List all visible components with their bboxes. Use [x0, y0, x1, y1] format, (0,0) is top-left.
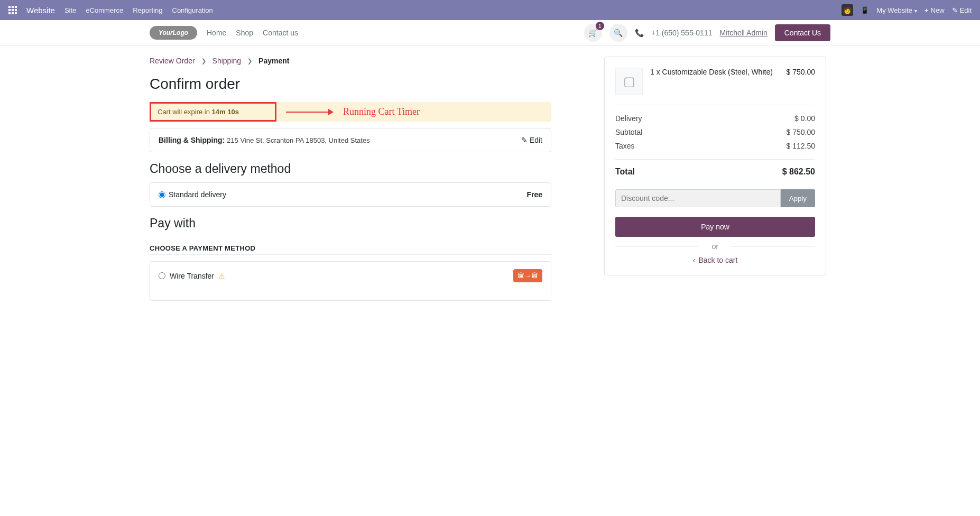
or-divider: or [615, 242, 815, 251]
bank-transfer-icon: 🏛→🏛 [513, 269, 542, 282]
admin-bar: Website Site eCommerce Reporting Configu… [0, 0, 980, 20]
logo[interactable]: YourLogo [150, 26, 197, 40]
admin-menu-configuration[interactable]: Configuration [172, 6, 213, 14]
avatar[interactable]: 🧑 [842, 4, 853, 16]
breadcrumb-shipping[interactable]: Shipping [212, 57, 242, 65]
nav-contact[interactable]: Contact us [263, 29, 298, 37]
payment-option-name: Wire Transfer [170, 272, 214, 280]
nav-home[interactable]: Home [207, 29, 226, 37]
search-button[interactable]: 🔍 [609, 24, 627, 42]
svg-marker-1 [328, 109, 334, 115]
user-menu[interactable]: Mitchell Admin [719, 29, 767, 37]
delivery-radio[interactable] [159, 191, 165, 198]
cart-badge: 1 [596, 22, 604, 30]
line-value: $ 0.00 [794, 114, 815, 123]
shipping-label: Billing & Shipping: [159, 136, 225, 144]
cart-button[interactable]: 🛒 1 [584, 24, 602, 42]
shipping-address: 215 Vine St, Scranton PA 18503, United S… [227, 136, 370, 144]
delivery-option-name: Standard delivery [169, 190, 226, 199]
pay-now-button[interactable]: Pay now [615, 217, 815, 237]
new-button[interactable]: New [924, 6, 945, 14]
line-value: $ 112.50 [787, 142, 816, 150]
warning-icon: ⚠ [218, 272, 225, 280]
discount-input[interactable] [615, 189, 781, 207]
edit-address-link[interactable]: Edit [521, 136, 542, 144]
chevron-right-icon: ❯ [247, 58, 252, 64]
page-title: Confirm order [150, 76, 551, 93]
payment-radio[interactable] [159, 272, 165, 279]
arrow-icon [286, 108, 334, 116]
delivery-heading: Choose a delivery method [150, 162, 551, 176]
product-row: ▢ 1 x Customizable Desk (Steel, White) $… [615, 68, 815, 105]
line-label: Subtotal [615, 128, 642, 136]
timer-prefix: Cart will expire in [158, 108, 212, 116]
total-label: Total [615, 167, 635, 177]
nav-shop[interactable]: Shop [236, 29, 253, 37]
pay-heading: Pay with [150, 216, 551, 231]
search-icon: 🔍 [614, 29, 623, 37]
cart-timer-alert: Cart will expire in 14m 10s Running Cart… [150, 102, 551, 122]
breadcrumb-review[interactable]: Review Order [150, 57, 195, 65]
payment-section-label: Choose a payment method [150, 244, 551, 255]
line-label: Taxes [615, 142, 635, 150]
admin-menu-site[interactable]: Site [64, 6, 76, 14]
edit-button[interactable]: Edit [952, 6, 972, 14]
site-header: YourLogo Home Shop Contact us 🛒 1 🔍 📞 +1… [0, 20, 980, 46]
total-value: $ 862.50 [782, 167, 815, 177]
website-switcher[interactable]: My Website [876, 6, 917, 14]
admin-menu-ecommerce[interactable]: eCommerce [86, 6, 123, 14]
delivery-option-card[interactable]: Standard delivery Free [150, 182, 551, 207]
mobile-icon[interactable]: 📱 [861, 6, 869, 14]
phone-icon: 📞 [635, 29, 644, 37]
breadcrumb: Review Order ❯ Shipping ❯ Payment [150, 57, 551, 65]
total-line: Total $ 862.50 [615, 159, 815, 184]
payment-option-card[interactable]: Wire Transfer ⚠ 🏛→🏛 [150, 261, 551, 301]
apps-icon[interactable] [8, 6, 17, 14]
cart-icon: 🛒 [588, 29, 597, 37]
line-label: Delivery [615, 114, 642, 123]
shipping-card: Billing & Shipping: 215 Vine St, Scranto… [150, 128, 551, 152]
phone-number: +1 (650) 555-0111 [651, 29, 713, 37]
product-image: ▢ [615, 68, 643, 95]
apply-button[interactable]: Apply [781, 189, 815, 207]
delivery-option-label[interactable]: Standard delivery [159, 190, 226, 199]
back-to-cart-link[interactable]: Back to cart [615, 256, 815, 264]
line-delivery: Delivery$ 0.00 [615, 112, 815, 125]
product-price: $ 750.00 [787, 68, 816, 76]
product-name: 1 x Customizable Desk (Steel, White) [650, 68, 779, 76]
line-subtotal: Subtotal$ 750.00 [615, 125, 815, 139]
contact-us-button[interactable]: Contact Us [775, 24, 830, 41]
delivery-price: Free [526, 190, 542, 199]
line-taxes: Taxes$ 112.50 [615, 139, 815, 153]
annotation-label: Running Cart Timer [343, 106, 420, 117]
admin-brand[interactable]: Website [26, 6, 55, 15]
breadcrumb-current: Payment [258, 57, 289, 65]
timer-value: 14m 10s [212, 108, 239, 116]
admin-menu-reporting[interactable]: Reporting [133, 6, 162, 14]
line-value: $ 750.00 [787, 128, 816, 136]
order-summary: ▢ 1 x Customizable Desk (Steel, White) $… [604, 57, 826, 275]
chevron-right-icon: ❯ [201, 58, 206, 64]
